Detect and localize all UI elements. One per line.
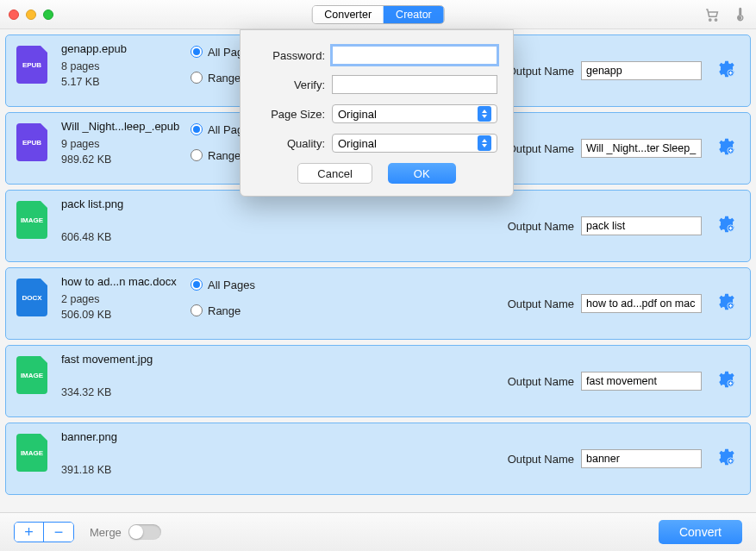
file-row[interactable]: IMAGE banner.png 391.18 KB Output Name — [5, 423, 751, 495]
remove-file-button[interactable]: − — [44, 523, 73, 542]
output-name-label: Output Name — [508, 375, 574, 388]
merge-control: Merge — [90, 524, 161, 540]
merge-toggle[interactable] — [128, 524, 161, 540]
password-input[interactable] — [332, 46, 497, 65]
add-file-button[interactable]: + — [15, 523, 44, 542]
file-name: how to ad...n mac.docx — [61, 275, 182, 288]
verify-label: Verify: — [256, 78, 325, 91]
file-type-icon: DOCX — [16, 279, 47, 316]
radio-range[interactable] — [191, 72, 203, 84]
quality-select[interactable]: Original — [332, 134, 497, 153]
output-name-label: Output Name — [508, 220, 574, 233]
mode-segmented-control: Converter Creator — [311, 5, 445, 24]
quality-label: Quality: — [256, 137, 325, 150]
output-name-input[interactable] — [581, 61, 702, 80]
output-name-group: Output Name — [508, 216, 702, 235]
file-type-icon: EPUB — [16, 46, 47, 84]
file-type-icon: EPUB — [16, 123, 47, 161]
output-name-label: Output Name — [508, 453, 574, 466]
file-type-icon: IMAGE — [16, 356, 47, 394]
select-arrows-icon — [478, 106, 491, 122]
output-name-input[interactable] — [581, 139, 702, 158]
pagesize-label: Page Size: — [256, 108, 325, 121]
file-pages: 2 pages — [61, 293, 182, 305]
row-settings-button[interactable] — [717, 59, 736, 82]
radio-range[interactable] — [191, 149, 203, 161]
thermometer-icon[interactable] — [732, 7, 747, 22]
window-controls — [9, 9, 53, 20]
output-name-label: Output Name — [508, 297, 574, 310]
file-meta: banner.png 391.18 KB — [61, 430, 182, 479]
output-name-group: Output Name — [508, 294, 702, 313]
cancel-button[interactable]: Cancel — [297, 163, 372, 184]
file-size: 5.17 KB — [61, 76, 182, 88]
file-row[interactable]: IMAGE pack list.png 606.48 KB Output Nam… — [5, 190, 751, 262]
range-label: Range — [208, 149, 241, 162]
file-size: 989.62 KB — [61, 153, 182, 166]
file-size: 334.32 KB — [61, 386, 182, 398]
settings-dialog: Password: Verify: Page Size: Original Qu… — [240, 29, 514, 197]
add-remove-group: + − — [14, 522, 74, 542]
file-row[interactable]: IMAGE fast movement.jpg 334.32 KB Output… — [5, 345, 751, 417]
pagesize-value: Original — [338, 108, 377, 121]
range-label: Range — [208, 304, 241, 317]
all-pages-label: All Pages — [208, 279, 255, 291]
output-name-input[interactable] — [581, 449, 702, 468]
svg-point-0 — [709, 18, 711, 20]
cart-icon[interactable] — [704, 7, 720, 22]
quality-value: Original — [338, 137, 377, 150]
range-label: Range — [208, 72, 241, 85]
output-name-label: Output Name — [508, 65, 574, 78]
pagesize-select[interactable]: Original — [332, 104, 497, 123]
row-settings-button[interactable] — [717, 137, 736, 160]
row-settings-button[interactable] — [717, 448, 736, 470]
radio-all-pages[interactable] — [191, 123, 203, 135]
bottom-toolbar: + − Merge Convert — [0, 512, 756, 551]
file-pages: 8 pages — [61, 60, 182, 72]
file-name: fast movement.jpg — [61, 353, 182, 366]
file-row[interactable]: DOCX how to ad...n mac.docx 2 pages 506.… — [5, 267, 751, 340]
file-type-icon: IMAGE — [16, 201, 47, 239]
radio-all-pages[interactable] — [191, 46, 203, 58]
zoom-window-button[interactable] — [43, 9, 53, 20]
file-name: Will _Night...leep_.epub — [61, 120, 182, 133]
output-name-input[interactable] — [581, 294, 702, 313]
output-name-group: Output Name — [508, 139, 702, 158]
file-meta: genapp.epub 8 pages 5.17 KB — [61, 42, 182, 91]
output-name-group: Output Name — [508, 61, 702, 80]
tab-creator[interactable]: Creator — [384, 6, 444, 23]
file-meta: fast movement.jpg 334.32 KB — [61, 353, 182, 402]
file-meta: Will _Night...leep_.epub 9 pages 989.62 … — [61, 120, 182, 169]
file-name: pack list.png — [61, 197, 182, 210]
output-name-label: Output Name — [508, 142, 574, 155]
row-settings-button[interactable] — [717, 215, 736, 237]
row-settings-button[interactable] — [717, 292, 736, 315]
output-name-group: Output Name — [508, 449, 702, 468]
file-name: genapp.epub — [61, 42, 182, 55]
minimize-window-button[interactable] — [26, 9, 36, 20]
file-meta: pack list.png 606.48 KB — [61, 197, 182, 247]
password-label: Password: — [256, 49, 325, 62]
file-size: 391.18 KB — [61, 464, 182, 476]
row-settings-button[interactable] — [717, 370, 736, 392]
convert-button[interactable]: Convert — [659, 520, 742, 544]
tab-converter[interactable]: Converter — [312, 6, 384, 23]
close-window-button[interactable] — [9, 9, 19, 20]
file-meta: how to ad...n mac.docx 2 pages 506.09 KB — [61, 275, 182, 324]
file-size: 606.48 KB — [61, 231, 182, 243]
ok-button[interactable]: OK — [388, 163, 456, 184]
merge-label: Merge — [90, 526, 122, 539]
file-size: 506.09 KB — [61, 309, 182, 321]
page-range-group: All Pages Range — [191, 275, 255, 320]
radio-all-pages[interactable] — [191, 279, 203, 291]
output-name-input[interactable] — [581, 372, 702, 391]
file-pages: 9 pages — [61, 138, 182, 150]
titlebar: Converter Creator — [0, 0, 756, 29]
radio-range[interactable] — [191, 304, 203, 316]
svg-point-2 — [739, 16, 741, 19]
svg-point-1 — [715, 18, 716, 20]
output-name-input[interactable] — [581, 216, 702, 235]
verify-input[interactable] — [332, 75, 497, 94]
select-arrows-icon — [478, 135, 491, 151]
output-name-group: Output Name — [508, 372, 702, 391]
